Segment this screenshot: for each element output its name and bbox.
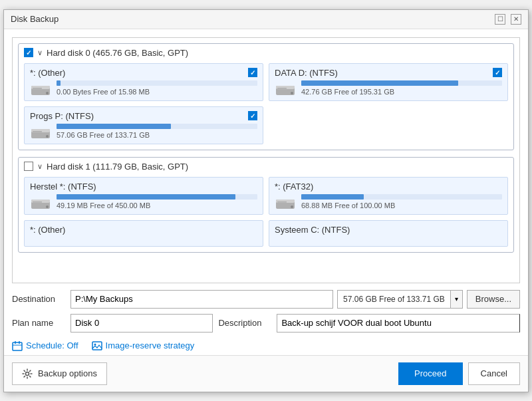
backup-options-button[interactable]: Backup options (12, 362, 107, 385)
maximize-button[interactable]: ☐ (495, 14, 505, 25)
svg-point-25 (94, 343, 96, 345)
plan-name-label: Plan name (12, 318, 65, 328)
disk0-checkbox[interactable] (24, 48, 33, 57)
partition-progs-p-bar-fill (57, 124, 171, 129)
partition-card-herstel: Herstel *: (NTFS) (24, 177, 263, 215)
partition-fat32-bar-bg (301, 194, 502, 200)
partition-fat32-body: 68.88 MB Free of 100.00 MB (275, 194, 502, 210)
partition-data-d-bar-fill (301, 80, 458, 86)
destination-size-dropdown[interactable]: 57.06 GB Free of 133.71 GB ▾ (337, 290, 463, 309)
partition-data-d-name: DATA D: (NTFS) (275, 68, 338, 78)
browse-button[interactable]: Browse... (467, 290, 520, 309)
partition-progs-p-body: 57.06 GB Free of 133.71 GB (30, 124, 257, 140)
schedule-link[interactable]: Schedule: Off (12, 340, 78, 351)
svg-point-18 (291, 205, 293, 208)
window-title: Disk Backup (11, 14, 59, 24)
cancel-button[interactable]: Cancel (468, 362, 520, 385)
partition-progs-p-bar-bg (57, 124, 257, 129)
close-button[interactable]: ✕ (511, 14, 521, 25)
partition-other1-header: *: (Other) (30, 68, 257, 78)
partition-fat32-bar-fill (301, 194, 364, 200)
svg-point-6 (291, 92, 293, 94)
partition-herstel-size: 49.19 MB Free of 450.00 MB (57, 201, 257, 209)
disk0-expand[interactable]: ∨ (37, 49, 43, 57)
drive-icon-datad (275, 80, 296, 96)
plan-name-group: Plan name (12, 314, 213, 333)
partition-herstel-body: 49.19 MB Free of 450.00 MB (30, 194, 257, 210)
svg-point-2 (46, 92, 49, 94)
partition-herstel-info: 49.19 MB Free of 450.00 MB (57, 194, 257, 209)
proceed-button[interactable]: Proceed (398, 362, 462, 385)
plan-name-input[interactable] (70, 314, 213, 333)
partition-data-d-bar-bg (301, 80, 502, 86)
partition-systeem-header: Systeem C: (NTFS) (275, 225, 502, 235)
description-group: Description (218, 314, 520, 333)
backup-options-label: Backup options (38, 368, 97, 378)
schedule-label: Schedule: Off (26, 340, 78, 350)
destination-input-group: 57.06 GB Free of 133.71 GB ▾ Browse... (70, 290, 520, 309)
partition-progs-p-name: Progs P: (NTFS) (30, 111, 94, 121)
disk1-label: Hard disk 1 (111.79 GB, Basic, GPT) (47, 162, 188, 172)
svg-rect-3 (33, 88, 42, 89)
form-section: Destination 57.06 GB Free of 133.71 GB ▾… (12, 283, 520, 355)
footer: Backup options Proceed Cancel (4, 355, 528, 392)
svg-point-14 (46, 205, 49, 208)
partition-herstel-name: Herstel *: (NTFS) (30, 182, 96, 192)
disk1-checkbox[interactable] (24, 162, 33, 171)
partition-card-other2: *: (Other) (24, 220, 263, 247)
calendar-icon (12, 340, 23, 351)
svg-rect-24 (92, 342, 102, 350)
gear-icon (22, 368, 33, 379)
partition-other2-header: *: (Other) (30, 225, 257, 235)
partition-data-d-header: DATA D: (NTFS) (275, 68, 502, 78)
disk0-header: ∨ Hard disk 0 (465.76 GB, Basic, GPT) (24, 48, 508, 58)
svg-point-10 (46, 135, 49, 138)
description-label: Description (218, 318, 271, 328)
drive-icon-herstel (30, 194, 51, 210)
svg-rect-11 (33, 131, 42, 132)
drive-icon (30, 80, 51, 96)
drive-icon-progsp (30, 124, 51, 140)
partition-data-d-body: 42.76 GB Free of 195.31 GB (275, 80, 502, 96)
disk1-header: ∨ Hard disk 1 (111.79 GB, Basic, GPT) (24, 162, 508, 172)
partition-data-d-size: 42.76 GB Free of 195.31 GB (301, 88, 502, 96)
partition-fat32-size: 68.88 MB Free of 100.00 MB (301, 201, 502, 209)
partition-other1-checkbox[interactable] (248, 68, 257, 77)
svg-rect-7 (277, 88, 287, 89)
partition-card-progs-p: Progs P: (NTFS) (24, 106, 263, 144)
partition-other1-size: 0.00 Bytes Free of 15.98 MB (57, 88, 257, 96)
partition-herstel-bar-bg (57, 194, 257, 200)
partition-progs-p-header: Progs P: (NTFS) (30, 111, 257, 121)
description-input[interactable] (277, 314, 520, 333)
partition-card-data-d: DATA D: (NTFS) (269, 63, 508, 101)
disk0-partitions: *: (Other) (24, 63, 508, 144)
partition-fat32-info: 68.88 MB Free of 100.00 MB (301, 194, 502, 209)
disk-group-0: ∨ Hard disk 0 (465.76 GB, Basic, GPT) *:… (18, 43, 514, 150)
partition-other2-name: *: (Other) (30, 225, 65, 235)
footer-right: Proceed Cancel (398, 362, 520, 385)
image-icon (92, 340, 102, 351)
partition-systeem-name: Systeem C: (NTFS) (275, 225, 350, 235)
partition-fat32-name: *: (FAT32) (275, 182, 313, 192)
titlebar: Disk Backup ☐ ✕ (4, 10, 528, 29)
image-reserve-link[interactable]: Image-reserve strategy (92, 340, 195, 351)
partition-other1-bar-bg (57, 80, 257, 86)
partition-other1-name: *: (Other) (30, 68, 65, 78)
disk-list: ∨ Hard disk 0 (465.76 GB, Basic, GPT) *:… (12, 37, 520, 283)
partition-fat32-header: *: (FAT32) (275, 182, 502, 192)
partition-herstel-bar-fill (57, 194, 235, 200)
partition-data-d-checkbox[interactable] (493, 68, 502, 77)
disk0-label: Hard disk 0 (465.76 GB, Basic, GPT) (47, 48, 188, 58)
partition-card-fat32: *: (FAT32) (269, 177, 508, 215)
disk-backup-window: Disk Backup ☐ ✕ ∨ Hard disk 0 (465.76 GB… (3, 9, 529, 392)
disk1-expand[interactable]: ∨ (37, 162, 43, 171)
disk-group-1: ∨ Hard disk 1 (111.79 GB, Basic, GPT) He… (18, 157, 514, 253)
destination-path-input[interactable] (70, 290, 333, 309)
partition-data-d-info: 42.76 GB Free of 195.31 GB (301, 80, 502, 96)
image-reserve-label: Image-reserve strategy (106, 340, 195, 350)
partition-other1-bar-fill (57, 80, 61, 86)
svg-rect-15 (33, 201, 42, 203)
destination-label: Destination (12, 294, 65, 304)
partition-progs-p-checkbox[interactable] (248, 111, 257, 120)
dropdown-arrow-icon[interactable]: ▾ (450, 291, 462, 308)
